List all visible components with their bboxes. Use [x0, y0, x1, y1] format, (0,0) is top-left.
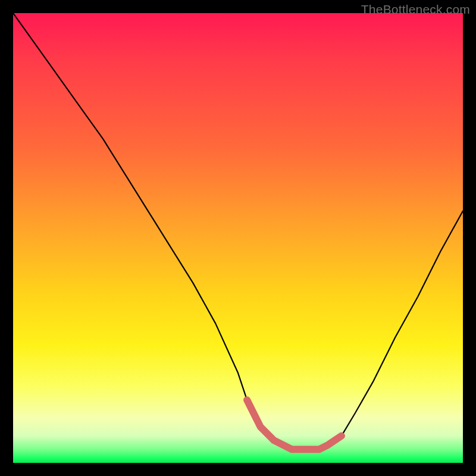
watermark-text: TheBottleneck.com	[361, 2, 470, 17]
chart-frame: TheBottleneck.com	[0, 0, 476, 476]
chart-svg	[13, 13, 463, 463]
bottleneck-curve	[13, 13, 463, 449]
plot-area	[13, 13, 463, 463]
valley-marker	[247, 400, 342, 449]
